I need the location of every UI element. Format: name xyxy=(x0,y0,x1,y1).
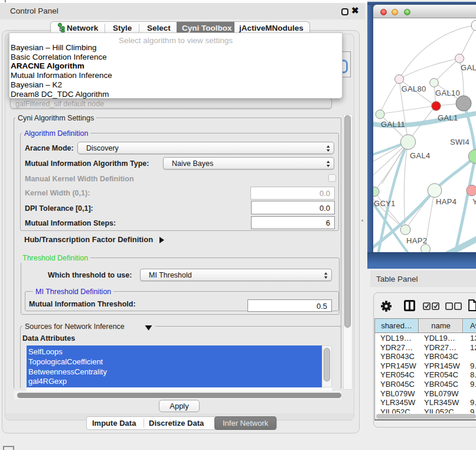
svg-text:HAP4: HAP4 xyxy=(436,197,457,206)
svg-text:GCY1: GCY1 xyxy=(374,199,396,208)
svg-text:SWI4: SWI4 xyxy=(450,138,470,146)
svg-text:GAL2: GAL2 xyxy=(461,63,476,72)
svg-text:HAP2: HAP2 xyxy=(406,236,427,245)
svg-text:GAL11: GAL11 xyxy=(381,120,405,129)
svg-text:GAL80: GAL80 xyxy=(402,84,426,93)
svg-text:GAL4: GAL4 xyxy=(410,151,430,160)
svg-text:GAL1: GAL1 xyxy=(438,113,458,122)
svg-text:Y: Y xyxy=(472,197,476,206)
svg-text:GAL10: GAL10 xyxy=(435,89,460,97)
